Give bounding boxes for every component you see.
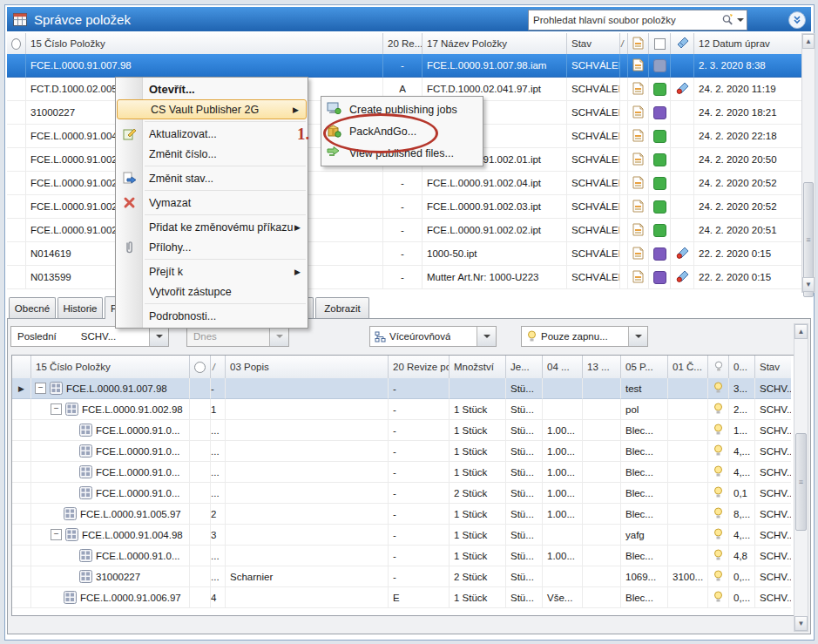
row-selector	[7, 125, 26, 148]
bom-row[interactable]: –FCE.L.0000.91.004.983-1 StückStü...yafg…	[12, 525, 791, 546]
top-grid-scrollbar[interactable]: ▲ ≡ ▼	[801, 33, 815, 293]
top-header-nazev[interactable]: 17 Název Položky	[423, 33, 567, 54]
top-header-slash[interactable]: /	[620, 33, 628, 54]
cell-revize: -	[383, 54, 423, 78]
scroll-down-icon[interactable]: ▼	[794, 616, 808, 631]
cell-popis	[226, 587, 389, 608]
scroll-up-icon[interactable]: ▲	[802, 34, 815, 49]
assembly-icon	[79, 465, 92, 478]
cell-revize: -	[389, 399, 450, 420]
bom-view-combo[interactable]: Poslední SCHV...	[10, 326, 169, 347]
cell-slash	[620, 125, 628, 148]
enabled-only-combo[interactable]: Pouze zapnu...	[521, 326, 648, 347]
top-header-doc[interactable]	[628, 33, 649, 54]
collapse-search-button[interactable]	[788, 11, 806, 29]
cell-mnozstvi: 1 Stück	[450, 441, 506, 462]
menu-item-zmenit-stav[interactable]: Změnit stav...	[116, 168, 308, 188]
tab-obecne[interactable]: Obecné	[9, 297, 56, 318]
cell-mnozstvi: 1 Stück	[450, 525, 506, 546]
menu-item-cs-vault-publisher[interactable]: CS Vault Publisher 2G▶	[117, 99, 307, 119]
item-row[interactable]: FCE.L.0000.91.007.98-FCE.L.0000.91.007.9…	[7, 54, 801, 78]
cell-revize: E	[389, 587, 450, 608]
menu-item-vytvorit-zastupce[interactable]: Vytvořit zástupce	[116, 281, 308, 302]
tag-icon	[676, 247, 689, 261]
bom-row[interactable]: FCE.L.0000.91.0......-1 StückStü...1.00.…	[12, 420, 791, 441]
search-icon[interactable]	[721, 13, 734, 28]
bom-row[interactable]: FCE.L.0000.91.0......-2 StückStü...1.00.…	[12, 483, 791, 504]
cell-status-color	[649, 266, 671, 289]
menu-item-pridat-ke-zmenovemu[interactable]: Přidat ke změnovému příkazu▶	[116, 217, 308, 237]
bom-header-stav[interactable]: Stav	[755, 356, 791, 378]
top-header-selector[interactable]	[7, 33, 26, 54]
bom-header-radio[interactable]	[190, 356, 211, 378]
bom-row[interactable]: –FCE.L.0000.91.002.981-1 StückStü...pol2…	[12, 399, 791, 420]
cell-13	[583, 525, 621, 546]
cell-datum: 24. 2. 2020 20:52	[694, 195, 801, 219]
bom-row[interactable]: ▶–FCE.L.0000.91.007.98--Stü...test3...SC…	[12, 378, 791, 399]
menu-item-prilohy[interactable]: Přílohy...	[116, 237, 308, 257]
level-mode-combo[interactable]: Víceúrovňová	[369, 326, 497, 347]
collapse-icon[interactable]: –	[35, 383, 46, 394]
bom-header-slash[interactable]: /	[211, 356, 226, 378]
cell-status-color	[649, 125, 671, 148]
cell-13	[583, 420, 621, 441]
bom-header-05[interactable]: 05 P...	[621, 356, 668, 378]
bom-row[interactable]: FCE.L.0000.91.006.974E1 StückStü...Vše..…	[12, 587, 791, 608]
combo-arrow-icon[interactable]	[149, 327, 168, 346]
menu-item-otevrit[interactable]: Otevřít...	[116, 79, 308, 99]
bom-row[interactable]: FCE.L.0000.91.0......-1 StückStü...1.00.…	[12, 441, 791, 462]
menu-item-podrobnosti[interactable]: Podrobnosti...	[116, 306, 308, 326]
cell-status-color	[649, 195, 671, 219]
menu-item-zmenit-cislo[interactable]: Změnit číslo...	[116, 144, 308, 164]
bom-grid-header: 15 Číslo Položky / 03 Popis 20 Revize po…	[12, 356, 791, 379]
top-header-check[interactable]	[649, 33, 671, 54]
status-square	[653, 153, 666, 166]
bom-pane-scrollbar[interactable]: ▲ ≡ ▼	[794, 323, 808, 632]
search-dropdown-icon[interactable]	[737, 18, 744, 25]
cell-bulb	[708, 525, 729, 546]
cell-13	[583, 399, 621, 420]
top-header-re[interactable]: 20 Re...	[383, 33, 423, 54]
scrollbar-thumb[interactable]: ≡	[795, 433, 807, 531]
bom-header-je[interactable]: Je...	[506, 356, 543, 378]
top-header-stav[interactable]: Stav	[567, 33, 620, 54]
bom-row[interactable]: FCE.L.0000.91.0......-1 StückStü...1.00.…	[12, 462, 791, 483]
cell-01	[668, 483, 708, 504]
top-header-datum[interactable]: 12 Datum úprav	[694, 33, 801, 54]
menu-item-vymazat[interactable]: Vymazat	[116, 193, 308, 213]
combo-arrow-icon[interactable]	[628, 327, 647, 346]
tab-historie[interactable]: Historie	[57, 297, 103, 318]
bom-header-0[interactable]: 0...	[729, 356, 755, 378]
search-input[interactable]: Prohledat hlavní soubor položky	[528, 10, 747, 31]
menu-item-aktualizovat[interactable]: Aktualizovat...	[116, 124, 308, 144]
bom-header-bulb[interactable]	[708, 356, 729, 378]
menu-item-prejit-k[interactable]: Přejít k▶	[116, 261, 308, 281]
cell-stav: SCHV...	[755, 378, 791, 399]
bom-header-04[interactable]: 04 ...	[543, 356, 583, 378]
bom-row[interactable]: FCE.L.0000.91.0......-1 StückStü...1.00.…	[12, 546, 791, 566]
bom-header-cislo[interactable]: 15 Číslo Položky	[31, 356, 190, 378]
bom-header-mnozstvi[interactable]: Množství	[450, 356, 506, 378]
cell-stav: SCHV...	[755, 441, 791, 462]
status-square	[653, 271, 666, 284]
assembly-icon	[64, 591, 77, 604]
cell-doc	[628, 125, 649, 148]
bom-header-revize[interactable]: 20 Revize položky	[389, 356, 450, 378]
collapse-icon[interactable]: –	[51, 403, 62, 415]
collapse-icon[interactable]: –	[51, 529, 62, 540]
bom-header-popis[interactable]: 03 Popis	[226, 356, 389, 378]
bom-row[interactable]: 31000227...Scharnier-2 StückStü...1069..…	[12, 566, 791, 587]
bom-header-01[interactable]: 01 Č...	[668, 356, 708, 378]
bom-header-13[interactable]: 13 ...	[583, 356, 621, 378]
combo-arrow-icon[interactable]	[477, 327, 496, 346]
tab-zobrazit[interactable]: Zobrazit	[315, 297, 369, 318]
bom-row[interactable]: FCE.L.0000.91.005.972-1 StückStü...1.00.…	[12, 504, 791, 525]
scroll-up-icon[interactable]: ▲	[794, 324, 808, 339]
scroll-down-icon[interactable]: ▼	[802, 277, 815, 292]
top-header-tag[interactable]	[671, 33, 694, 54]
menu-separator	[145, 214, 306, 215]
cell-04: 1.00...	[543, 483, 583, 504]
cell-nazev: Mutter Art.Nr: 1000-U223	[423, 266, 567, 289]
top-header-cislo[interactable]: 15 Číslo Položky	[26, 33, 383, 54]
combo-arrow-icon	[269, 327, 288, 346]
